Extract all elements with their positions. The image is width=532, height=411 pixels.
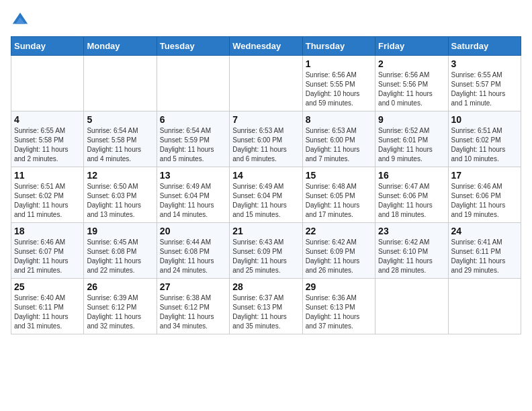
- day-number: 29: [306, 281, 372, 292]
- day-number: 5: [87, 114, 153, 125]
- day-number: 15: [306, 170, 372, 181]
- day-info: Sunrise: 6:55 AM Sunset: 5:58 PM Dayligh…: [14, 126, 81, 164]
- day-info: Sunrise: 6:39 AM Sunset: 6:12 PM Dayligh…: [87, 293, 153, 331]
- day-info: Sunrise: 6:54 AM Sunset: 5:59 PM Dayligh…: [160, 126, 226, 164]
- day-info: Sunrise: 6:52 AM Sunset: 6:01 PM Dayligh…: [378, 126, 445, 164]
- day-info: Sunrise: 6:53 AM Sunset: 6:00 PM Dayligh…: [232, 126, 299, 164]
- calendar-cell: 22Sunrise: 6:42 AM Sunset: 6:09 PM Dayli…: [302, 223, 375, 279]
- calendar-cell: 3Sunrise: 6:55 AM Sunset: 5:57 PM Daylig…: [448, 56, 521, 111]
- calendar-table: SundayMondayTuesdayWednesdayThursdayFrid…: [11, 36, 521, 334]
- day-number: 28: [232, 281, 299, 292]
- calendar-cell: 13Sunrise: 6:49 AM Sunset: 6:04 PM Dayli…: [157, 167, 229, 223]
- logo: [11, 11, 32, 30]
- day-info: Sunrise: 6:41 AM Sunset: 6:11 PM Dayligh…: [451, 238, 518, 275]
- day-header-monday: Monday: [84, 37, 157, 56]
- day-number: 9: [378, 114, 445, 125]
- day-header-tuesday: Tuesday: [157, 37, 229, 56]
- calendar-cell: 19Sunrise: 6:45 AM Sunset: 6:08 PM Dayli…: [84, 223, 157, 279]
- day-header-friday: Friday: [375, 37, 448, 56]
- calendar-cell: [230, 56, 302, 111]
- day-info: Sunrise: 6:47 AM Sunset: 6:06 PM Dayligh…: [378, 182, 445, 220]
- calendar-cell: 9Sunrise: 6:52 AM Sunset: 6:01 PM Daylig…: [375, 111, 448, 167]
- day-number: 24: [451, 226, 518, 236]
- calendar-cell: 27Sunrise: 6:38 AM Sunset: 6:12 PM Dayli…: [157, 279, 229, 334]
- day-number: 17: [451, 170, 518, 181]
- day-info: Sunrise: 6:50 AM Sunset: 6:03 PM Dayligh…: [87, 182, 153, 220]
- calendar-cell: 20Sunrise: 6:44 AM Sunset: 6:08 PM Dayli…: [157, 223, 229, 279]
- day-number: 3: [451, 58, 518, 69]
- calendar-week-1: 1Sunrise: 6:56 AM Sunset: 5:55 PM Daylig…: [11, 56, 521, 111]
- day-number: 20: [160, 226, 226, 236]
- calendar-header-row: SundayMondayTuesdayWednesdayThursdayFrid…: [11, 37, 521, 56]
- calendar-cell: 21Sunrise: 6:43 AM Sunset: 6:09 PM Dayli…: [230, 223, 302, 279]
- calendar-week-4: 18Sunrise: 6:46 AM Sunset: 6:07 PM Dayli…: [11, 223, 521, 279]
- calendar-cell: 25Sunrise: 6:40 AM Sunset: 6:11 PM Dayli…: [11, 279, 84, 334]
- calendar-cell: 16Sunrise: 6:47 AM Sunset: 6:06 PM Dayli…: [375, 167, 448, 223]
- calendar-week-3: 11Sunrise: 6:51 AM Sunset: 6:02 PM Dayli…: [11, 167, 521, 223]
- day-number: 1: [306, 58, 372, 69]
- day-info: Sunrise: 6:54 AM Sunset: 5:58 PM Dayligh…: [87, 126, 153, 164]
- day-number: 11: [14, 170, 81, 181]
- day-info: Sunrise: 6:56 AM Sunset: 5:56 PM Dayligh…: [378, 71, 445, 108]
- day-info: Sunrise: 6:56 AM Sunset: 5:55 PM Dayligh…: [306, 71, 372, 108]
- calendar-week-2: 4Sunrise: 6:55 AM Sunset: 5:58 PM Daylig…: [11, 111, 521, 167]
- day-header-thursday: Thursday: [302, 37, 375, 56]
- calendar-cell: [157, 56, 229, 111]
- day-info: Sunrise: 6:44 AM Sunset: 6:08 PM Dayligh…: [160, 238, 226, 275]
- day-info: Sunrise: 6:43 AM Sunset: 6:09 PM Dayligh…: [232, 238, 299, 275]
- day-info: Sunrise: 6:36 AM Sunset: 6:13 PM Dayligh…: [306, 293, 372, 331]
- day-number: 25: [14, 281, 81, 292]
- calendar-cell: 10Sunrise: 6:51 AM Sunset: 6:02 PM Dayli…: [448, 111, 521, 167]
- calendar-cell: 14Sunrise: 6:49 AM Sunset: 6:04 PM Dayli…: [230, 167, 302, 223]
- day-number: 21: [232, 226, 299, 236]
- day-info: Sunrise: 6:49 AM Sunset: 6:04 PM Dayligh…: [160, 182, 226, 220]
- day-header-sunday: Sunday: [11, 37, 84, 56]
- calendar-cell: 12Sunrise: 6:50 AM Sunset: 6:03 PM Dayli…: [84, 167, 157, 223]
- calendar-cell: 15Sunrise: 6:48 AM Sunset: 6:05 PM Dayli…: [302, 167, 375, 223]
- day-number: 16: [378, 170, 445, 181]
- calendar-cell: 6Sunrise: 6:54 AM Sunset: 5:59 PM Daylig…: [157, 111, 229, 167]
- day-info: Sunrise: 6:46 AM Sunset: 6:07 PM Dayligh…: [14, 238, 81, 275]
- day-number: 13: [160, 170, 226, 181]
- day-number: 12: [87, 170, 153, 181]
- day-number: 2: [378, 58, 445, 69]
- day-info: Sunrise: 6:42 AM Sunset: 6:10 PM Dayligh…: [378, 238, 445, 275]
- calendar-cell: 5Sunrise: 6:54 AM Sunset: 5:58 PM Daylig…: [84, 111, 157, 167]
- calendar-cell: 7Sunrise: 6:53 AM Sunset: 6:00 PM Daylig…: [230, 111, 302, 167]
- day-info: Sunrise: 6:55 AM Sunset: 5:57 PM Dayligh…: [451, 71, 518, 108]
- day-info: Sunrise: 6:51 AM Sunset: 6:02 PM Dayligh…: [451, 126, 518, 164]
- day-info: Sunrise: 6:37 AM Sunset: 6:13 PM Dayligh…: [232, 293, 299, 331]
- page-header: [11, 11, 521, 30]
- day-number: 26: [87, 281, 153, 292]
- calendar-cell: 4Sunrise: 6:55 AM Sunset: 5:58 PM Daylig…: [11, 111, 84, 167]
- day-number: 27: [160, 281, 226, 292]
- day-number: 6: [160, 114, 226, 125]
- day-number: 7: [232, 114, 299, 125]
- calendar-cell: [375, 279, 448, 334]
- day-number: 8: [306, 114, 372, 125]
- calendar-cell: [84, 56, 157, 111]
- calendar-cell: 17Sunrise: 6:46 AM Sunset: 6:06 PM Dayli…: [448, 167, 521, 223]
- day-number: 22: [306, 226, 372, 236]
- day-number: 23: [378, 226, 445, 236]
- calendar-cell: 28Sunrise: 6:37 AM Sunset: 6:13 PM Dayli…: [230, 279, 302, 334]
- calendar-cell: 1Sunrise: 6:56 AM Sunset: 5:55 PM Daylig…: [302, 56, 375, 111]
- day-number: 18: [14, 226, 81, 236]
- calendar-cell: [448, 279, 521, 334]
- calendar-cell: 26Sunrise: 6:39 AM Sunset: 6:12 PM Dayli…: [84, 279, 157, 334]
- day-header-saturday: Saturday: [448, 37, 521, 56]
- day-number: 4: [14, 114, 81, 125]
- day-info: Sunrise: 6:38 AM Sunset: 6:12 PM Dayligh…: [160, 293, 226, 331]
- day-info: Sunrise: 6:46 AM Sunset: 6:06 PM Dayligh…: [451, 182, 518, 220]
- calendar-week-5: 25Sunrise: 6:40 AM Sunset: 6:11 PM Dayli…: [11, 279, 521, 334]
- logo-icon: [11, 11, 30, 30]
- day-number: 10: [451, 114, 518, 125]
- calendar-cell: 2Sunrise: 6:56 AM Sunset: 5:56 PM Daylig…: [375, 56, 448, 111]
- day-info: Sunrise: 6:40 AM Sunset: 6:11 PM Dayligh…: [14, 293, 81, 331]
- calendar-cell: 11Sunrise: 6:51 AM Sunset: 6:02 PM Dayli…: [11, 167, 84, 223]
- day-info: Sunrise: 6:49 AM Sunset: 6:04 PM Dayligh…: [232, 182, 299, 220]
- day-info: Sunrise: 6:51 AM Sunset: 6:02 PM Dayligh…: [14, 182, 81, 220]
- day-number: 14: [232, 170, 299, 181]
- calendar-cell: 8Sunrise: 6:53 AM Sunset: 6:00 PM Daylig…: [302, 111, 375, 167]
- calendar-cell: 29Sunrise: 6:36 AM Sunset: 6:13 PM Dayli…: [302, 279, 375, 334]
